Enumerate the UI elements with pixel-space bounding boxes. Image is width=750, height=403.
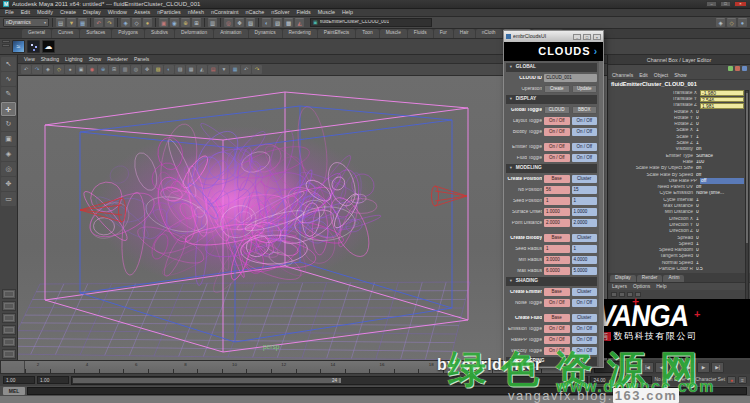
close-icon[interactable]: × xyxy=(734,1,747,7)
shelf-menu-icon[interactable] xyxy=(2,40,10,54)
ipr-render-icon[interactable]: ▨ xyxy=(273,18,282,27)
use-rate-pp-value[interactable]: off xyxy=(700,178,744,184)
channel-max-distance[interactable]: Max Distance0 xyxy=(610,203,744,209)
min-distance-value[interactable]: 0 xyxy=(696,210,744,215)
shelf-tab-muscle[interactable]: Muscle xyxy=(380,29,407,38)
gate-mask-icon[interactable]: ◎ xyxy=(131,65,141,74)
channel-direction-x[interactable]: Direction X1 xyxy=(610,216,744,222)
render-settings-icon[interactable]: ▩ xyxy=(284,18,293,27)
viewport-menu-view[interactable]: View xyxy=(24,57,35,62)
viewport-menu-shading[interactable]: Shading xyxy=(41,57,59,62)
layout-preset-button[interactable] xyxy=(2,325,16,335)
normal-speed-value[interactable]: 1 xyxy=(696,261,744,266)
show-manipulator-tool-icon[interactable]: ✥ xyxy=(1,177,16,191)
menu-fields[interactable]: Fields xyxy=(296,10,310,15)
layer-menu-layers[interactable]: Layers xyxy=(612,284,627,289)
shelf-tab-surfaces[interactable]: Surfaces xyxy=(80,29,111,38)
noise-toggle-cluster-button[interactable]: On / Off xyxy=(572,299,598,307)
viewport-menu-renderer[interactable]: Renderer xyxy=(107,57,128,62)
menu-nsolver[interactable]: nSolver xyxy=(271,10,289,15)
shelf-tab-dynamics[interactable]: Dynamics xyxy=(249,29,282,38)
channel-speed[interactable]: Speed1 xyxy=(610,241,744,247)
layout-preset-button[interactable] xyxy=(2,337,16,347)
select-hierarchy-icon[interactable]: ◈ xyxy=(121,18,130,27)
render-current-frame-icon[interactable]: ◐ xyxy=(262,18,271,27)
nb-position-base-field[interactable]: 56 xyxy=(544,186,570,194)
layer-tab-anim[interactable]: Anim xyxy=(663,275,684,282)
move-tool-icon[interactable]: ✛ xyxy=(1,102,16,116)
bookmarks-icon[interactable]: ◇ xyxy=(54,65,64,74)
create-position-base-button[interactable]: Base xyxy=(544,175,570,183)
channel-cycle-interval[interactable]: Cycle Interval1 xyxy=(610,197,744,203)
range-end-handle[interactable]: 24 xyxy=(332,379,337,384)
emitter-toggle-base-button[interactable]: On / Off xyxy=(544,143,570,151)
screen-space-ao-icon[interactable]: ▦ xyxy=(230,65,240,74)
blobby-toggle-cluster-button[interactable]: On / Off xyxy=(572,128,598,136)
shelf-tab-subdivs[interactable]: Subdivs xyxy=(145,29,174,38)
max-radius-base-field[interactable]: 6.0000 xyxy=(544,267,570,275)
translate-z-value[interactable]: 1.981 xyxy=(700,103,744,109)
scale-y-value[interactable]: 1 xyxy=(696,135,744,140)
shelf-tab-fur[interactable]: Fur xyxy=(434,29,453,38)
channel-use-rate-pp[interactable]: Use Rate PPoff xyxy=(610,178,744,184)
channel-scale-x[interactable]: Scale X1 xyxy=(610,128,744,134)
snap-grid-icon[interactable]: ▣ xyxy=(159,18,168,27)
direction-x-value[interactable]: 1 xyxy=(696,217,744,222)
channel-translate-x[interactable]: Translate X-1.980 xyxy=(610,90,744,96)
ratepp-toggle-base-button[interactable]: On / Off xyxy=(544,336,570,344)
channel-box-menu-edit[interactable]: Edit xyxy=(639,73,648,78)
redo-icon[interactable]: ↷ xyxy=(105,18,114,27)
input-connections-icon[interactable]: ◎ xyxy=(224,18,233,27)
channel-rotate-z[interactable]: Rotate Z0 xyxy=(610,121,744,127)
scale-x-value[interactable]: 1 xyxy=(696,128,744,133)
section-global[interactable]: ▼GLOBAL xyxy=(506,63,597,72)
channel-emitter-type[interactable]: Emitter TypeSurface xyxy=(610,153,744,159)
rotate-y-value[interactable]: 0 xyxy=(696,116,744,121)
close-icon[interactable]: × xyxy=(593,34,601,40)
blobby-toggle-base-button[interactable]: On / Off xyxy=(544,128,570,136)
layout-toggle-base-button[interactable]: On / Off xyxy=(544,117,570,125)
menu-muscle[interactable]: Muscle xyxy=(318,10,335,15)
wireframe-icon[interactable]: ▨ xyxy=(175,65,185,74)
channel-box-menu-object[interactable]: Object xyxy=(654,73,668,78)
select-camera-icon[interactable]: ↶ xyxy=(21,65,31,74)
translate-x-value[interactable]: -1.980 xyxy=(700,90,744,96)
minimize-icon[interactable]: – xyxy=(706,1,717,7)
rotate-x-value[interactable]: 0 xyxy=(696,110,744,115)
auto-keyframe-icon[interactable]: ● xyxy=(727,376,736,384)
layout-preset-button[interactable] xyxy=(2,349,16,359)
layer-menu-help[interactable]: Help xyxy=(656,284,666,289)
maximize-icon[interactable]: □ xyxy=(583,34,591,40)
snap-point-icon[interactable]: ⊕ xyxy=(181,18,190,27)
snap-view-plane-icon[interactable]: ⊞ xyxy=(192,18,201,27)
cloud-id-field[interactable]: CLOUD_001 xyxy=(544,74,597,82)
particles-shelf-icon[interactable] xyxy=(27,40,40,53)
viewport-menu-lighting[interactable]: Lighting xyxy=(65,57,83,62)
show-attribute-editor-icon[interactable]: ◈ xyxy=(716,18,725,27)
particle-color-r-value[interactable]: 0.5 xyxy=(696,267,744,272)
channel-scale-z[interactable]: Scale Z1 xyxy=(610,140,744,146)
point-distance-base-field[interactable]: 2.0000 xyxy=(544,219,570,227)
create-fluid-base-button[interactable]: Base xyxy=(544,314,570,322)
nb-position-cluster-field[interactable]: 15 xyxy=(572,186,598,194)
max-distance-value[interactable]: 0 xyxy=(696,204,744,209)
undo-icon[interactable]: ↶ xyxy=(94,18,103,27)
viewport-menu-show[interactable]: Show xyxy=(89,57,102,62)
operation-base-button[interactable]: Create xyxy=(544,85,570,93)
layout-toggle-cluster-button[interactable]: On / Off xyxy=(572,117,598,125)
menu-edit[interactable]: Edit xyxy=(21,10,30,15)
shelf-tab-polygons[interactable]: Polygons xyxy=(112,29,144,38)
channel-tangent-speed[interactable]: Tangent Speed0 xyxy=(610,254,744,260)
menu-nmesh[interactable]: nMesh xyxy=(188,10,204,15)
channel-direction-z[interactable]: Direction Z0 xyxy=(610,229,744,235)
shelf-tab-deformation[interactable]: Deformation xyxy=(175,29,213,38)
layer-mode-icon[interactable] xyxy=(728,66,733,71)
direction-z-value[interactable]: 0 xyxy=(696,229,744,234)
channel-box-scrollbar[interactable] xyxy=(745,90,749,320)
seed-position-base-field[interactable]: 1 xyxy=(544,197,570,205)
rate-value[interactable]: 100 xyxy=(696,160,744,165)
channel-cycle-emission[interactable]: Cycle EmissionNone (time... xyxy=(610,191,744,197)
emission-toggle-cluster-button[interactable]: On / Off xyxy=(572,325,598,333)
menu-help[interactable]: Help xyxy=(342,10,353,15)
layer-tab-display[interactable]: Display xyxy=(610,275,636,282)
